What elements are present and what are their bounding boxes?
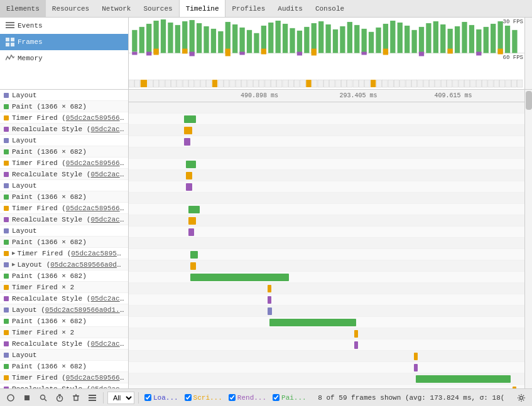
filter-rendering[interactable]: Rend... [229,394,266,402]
scrollbar-thumb[interactable] [526,91,532,110]
time-label-1: 490.898 ms [241,92,278,99]
list-item[interactable]: Recalculate Style (05dc2ac58...) [0,169,128,180]
list-item[interactable]: Timer Fired (05dc2ac589566....) [0,203,128,214]
list-item[interactable]: Paint (1366 × 682) [0,237,128,248]
event-label: Paint (1366 × 682) [12,272,87,280]
svg-rect-4 [11,38,14,41]
filter-painting-checkbox[interactable] [273,394,280,401]
filter-painting[interactable]: Pai... [273,394,307,402]
menu-profiles[interactable]: Profiles [225,0,271,17]
delete-button[interactable] [69,392,83,404]
list-item[interactable]: Recalculate Style (05dc2ac58...) [0,338,128,350]
list-item[interactable]: Layout [0,90,128,101]
menu-network[interactable]: Network [95,0,137,17]
svg-rect-108 [306,80,311,87]
svg-rect-82 [153,80,158,87]
svg-rect-19 [211,29,216,53]
list-item[interactable]: Layout [0,135,128,146]
list-item[interactable]: Layout [0,225,128,237]
svg-rect-20 [218,31,223,53]
list-item[interactable]: Paint (1366 × 682) [0,101,128,112]
list-item[interactable]: Paint (1366 × 682) [0,146,128,158]
timer-button[interactable] [53,392,67,404]
main-scrollbar[interactable] [524,90,532,388]
event-label: Layout [12,351,37,359]
timeline-bar [190,251,198,259]
menu-audits[interactable]: Audits [271,0,309,17]
svg-rect-43 [383,24,388,53]
event-label: Recalculate Style (05dc2ac58...) [12,295,124,302]
search-button[interactable] [36,392,50,404]
stop-button[interactable] [20,392,34,404]
list-item[interactable]: Layout [0,350,128,361]
event-label: Timer Fired (05dc2ac589566....) [17,250,124,257]
settings-button[interactable] [514,392,528,404]
svg-rect-94 [224,80,229,87]
svg-rect-6 [11,43,14,46]
list-button[interactable] [85,392,99,404]
svg-rect-0 [6,22,14,23]
timeline-row [129,193,524,204]
record-button[interactable] [4,392,18,404]
menu-sources[interactable]: Sources [137,0,178,17]
sidebar-item-events[interactable]: Events [0,18,128,34]
list-item[interactable]: Recalculate Style (05dc2ac58...) [0,124,128,135]
list-item[interactable]: Timer Fired × 2 [0,282,128,293]
svg-rect-78 [129,80,134,87]
filter-scripting-checkbox[interactable] [185,394,192,401]
list-item[interactable]: ▶ Timer Fired (05dc2ac589566....) [0,248,128,259]
svg-point-147 [41,395,45,399]
svg-rect-113 [335,80,340,87]
list-item[interactable]: Paint (1366 × 682) [0,316,128,327]
filter-scripting[interactable]: Scri... [185,394,222,402]
list-item[interactable]: Recalculate Style (05dc2ac58...) [0,214,128,225]
list-item[interactable]: Timer Fired (05dc2ac589566....) [0,372,128,383]
list-item[interactable]: Paint (1366 × 682) [0,191,128,203]
svg-rect-112 [330,80,335,87]
svg-rect-37 [340,26,345,53]
menu-resources[interactable]: Resources [46,0,95,17]
frames-label: Frames [18,38,43,46]
fps-30-label: 30 FPS [502,18,524,53]
events-icon [5,21,15,31]
menu-console[interactable]: Console [309,0,350,17]
svg-rect-25 [254,33,259,53]
event-color-dot [4,285,9,290]
timeline-row [129,385,524,388]
event-color-dot [4,217,9,222]
svg-rect-110 [318,80,323,87]
list-item[interactable]: ▶ Layout (05dc2ac589566a0d1...) [0,259,128,270]
filter-load-checkbox[interactable] [144,394,151,401]
sidebar-item-memory[interactable]: Memory [0,50,128,67]
filter-select[interactable]: All [107,392,134,404]
event-label: Timer Fired × 2 [12,329,74,336]
svg-rect-105 [288,80,293,87]
timeline-bar [268,307,273,315]
timeline-row [129,170,524,181]
list-item[interactable]: Recalculate Style (05dc2ac58...) [0,293,128,304]
list-item[interactable]: Timer Fired × 2 [0,327,128,338]
filter-rendering-checkbox[interactable] [229,394,236,401]
menu-elements[interactable]: Elements [0,0,46,17]
sidebar-item-frames[interactable]: Frames [0,34,128,50]
list-item[interactable]: Timer Fired (05dc2ac589566....) [0,112,128,124]
list-item[interactable]: Paint (1366 × 682) [0,270,128,282]
events-label: Events [18,22,43,29]
svg-rect-85 [171,80,176,87]
svg-rect-34 [318,21,323,53]
svg-rect-39 [354,25,359,53]
filter-load[interactable]: Loa... [144,394,178,402]
menu-timeline[interactable]: Timeline [179,0,226,17]
svg-rect-10 [146,24,151,53]
svg-rect-56 [476,29,481,53]
chart-scrollbar[interactable] [524,18,532,89]
list-item[interactable]: Layout [0,180,128,191]
list-item[interactable]: Paint (1366 × 682) [0,361,128,372]
event-label: Paint (1366 × 682) [12,238,87,246]
svg-rect-57 [484,27,489,53]
list-item[interactable]: Layout (05dc2ac589566a0d1...) [0,304,128,316]
list-item[interactable]: Recalculate Style (05dc2ac58...) [0,383,128,388]
svg-rect-125 [406,80,411,87]
list-item[interactable]: Timer Fired (05dc2ac589566....) [0,158,128,169]
timeline-row [129,283,524,294]
